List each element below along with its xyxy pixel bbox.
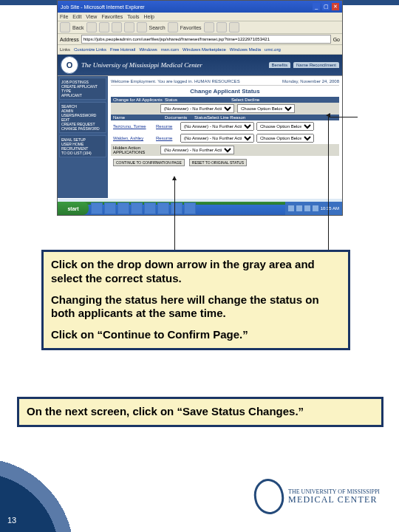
window-controls: _ ▢ ✕ (312, 3, 339, 10)
tray-icon[interactable] (304, 205, 310, 211)
applicant-row: Tezcruno, Torree Resume (No Answer) - No… (111, 120, 339, 132)
go-button[interactable]: Go (333, 37, 340, 42)
minimize-icon[interactable]: _ (313, 3, 320, 10)
applicant-reason-select[interactable]: Choose Option Below (256, 134, 314, 143)
sidebar-item[interactable]: CREATE APPLICANT TYPE (61, 84, 104, 93)
mail-icon[interactable] (216, 22, 227, 33)
ie-menubar[interactable]: File Edit View Favorites Tools Help (58, 13, 342, 21)
sidebar-item[interactable]: APPLICANT (61, 93, 104, 98)
menu-help[interactable]: Help (144, 14, 154, 19)
link-hotmail[interactable]: Free Hotmail (110, 47, 135, 52)
menu-tools[interactable]: Tools (127, 14, 139, 19)
ie-window: Job Site - Microsoft Internet Explorer _… (57, 0, 343, 216)
search-label[interactable]: Search (149, 25, 166, 30)
back-icon[interactable] (60, 22, 70, 33)
tab-benefits[interactable]: Benefits (269, 62, 291, 68)
applicant-name[interactable]: Tezcruno, Torree (113, 124, 154, 129)
annotation-main: Click on the drop down arrow in the gray… (41, 250, 350, 350)
button-bar: CONTINUE TO CONFIRMATION PAGE RESET TO O… (111, 156, 339, 169)
tray-icon[interactable] (296, 205, 302, 211)
applicant-reason-select[interactable]: Choose Option Below (256, 122, 314, 131)
logo-line2: MEDICAL CENTER (288, 495, 380, 505)
decline-all-select[interactable]: Choose Option Below (237, 104, 295, 113)
annotation-secondary: On the next screen, click on “Save Statu… (17, 397, 383, 427)
maximize-icon[interactable]: ▢ (322, 3, 330, 10)
subheader: Welcome Employment. You are logged in. H… (111, 78, 339, 86)
tray-icon[interactable] (288, 205, 294, 211)
history-icon[interactable] (204, 22, 214, 33)
sidebar-block-3[interactable]: EMAIL SETUP USER HOME RECRUITMENT TO DO … (59, 135, 106, 157)
menu-file[interactable]: File (60, 14, 68, 19)
taskbar-item[interactable] (157, 202, 169, 214)
sidebar-item[interactable]: USER HOME RECRUITMENT (61, 142, 104, 151)
taskbar-item[interactable] (131, 202, 143, 214)
window-title: Job Site - Microsoft Internet Explorer (61, 4, 145, 10)
menu-favorites[interactable]: Favorites (101, 14, 123, 19)
taskbar-item[interactable] (117, 202, 129, 214)
status-all-select[interactable]: (No Answer) - No Further Action (160, 104, 234, 113)
hidden-action-select[interactable]: (No Answer) - No Further Action (160, 146, 234, 154)
back-label[interactable]: Back (72, 25, 84, 30)
taskbar-item[interactable] (104, 202, 116, 214)
logo-ring-icon (251, 477, 287, 516)
print-icon[interactable] (229, 22, 239, 33)
col-name: Name (113, 115, 165, 120)
taskbar: start 10:35 AM (58, 202, 342, 215)
links-label: Links (60, 47, 70, 52)
annotation-p2: Changing the status here will change the… (51, 293, 341, 321)
menu-view[interactable]: View (86, 14, 97, 19)
sidebar-item[interactable]: TO DO LIST (104) (61, 151, 104, 155)
sidebar-item[interactable]: CHANGE PASSWORD (61, 126, 104, 131)
hidden-action-row: Hidden Action APPLICATIONS (No Answer) -… (111, 144, 339, 156)
band-applicants: Name Documents Status Select Line Reason (111, 115, 339, 120)
system-tray: 10:35 AM (285, 202, 342, 215)
applicant-action-select[interactable]: (No Answer) - No Further Action (180, 134, 254, 143)
refresh-icon[interactable] (112, 22, 122, 33)
address-label: Address (60, 37, 79, 42)
menu-edit[interactable]: Edit (72, 14, 81, 19)
slide: Job Site - Microsoft Internet Explorer _… (0, 0, 399, 532)
logo-text: THE UNIVERSITY OF MISSISSIPPI MEDICAL CE… (288, 489, 380, 505)
taskbar-item[interactable] (184, 202, 196, 214)
search-icon[interactable] (137, 22, 147, 33)
address-input[interactable] (81, 35, 331, 44)
reset-button[interactable]: RESET TO ORIGINAL STATUS (189, 159, 247, 166)
tab-name-reconcilment[interactable]: Name Reconcilment (293, 62, 339, 68)
taskbar-item[interactable] (171, 202, 183, 214)
tray-icon[interactable] (313, 205, 318, 211)
sidebar-block-2[interactable]: SEARCH ADMIN USERS/PASSWORD EDIT CREATE … (59, 102, 106, 133)
link-media[interactable]: Windows Media (230, 47, 261, 52)
link-msn[interactable]: msn.com (161, 47, 179, 52)
continue-button[interactable]: CONTINUE TO CONFIRMATION PAGE (113, 159, 185, 166)
forward-icon[interactable] (86, 22, 97, 33)
sidebar: JOB POSTINGS CREATE APPLICANT TYPE APPLI… (58, 76, 108, 198)
taskbar-item[interactable] (144, 202, 156, 214)
sidebar-item[interactable]: USERS/PASSWORD EDIT (61, 113, 104, 122)
resume-link[interactable]: Resume (156, 136, 178, 140)
col-reason: Select Line Reason (207, 115, 245, 120)
favorites-label[interactable]: Favorites (180, 25, 202, 30)
close-icon[interactable]: ✕ (332, 3, 339, 10)
link-windows[interactable]: Windows (139, 47, 157, 52)
resume-link[interactable]: Resume (156, 124, 178, 129)
start-button[interactable]: start (58, 202, 89, 215)
applicant-row: Walden, Ashley Resume (No Answer) - No F… (111, 132, 339, 144)
applicant-name[interactable]: Walden, Ashley (113, 136, 154, 140)
link-umc[interactable]: umc.org (265, 47, 281, 52)
link-marketplace[interactable]: Windows Marketplace (183, 47, 226, 52)
footer-wave (0, 458, 148, 532)
main-content: Welcome Employment. You are logged in. H… (108, 76, 342, 198)
taskbar-item[interactable] (91, 202, 103, 214)
link-customize[interactable]: Customize Links (74, 47, 106, 52)
favorites-icon[interactable] (168, 22, 178, 33)
applicant-action-select[interactable]: (No Answer) - No Further Action (180, 122, 254, 131)
col-decline: Select Decline (231, 98, 259, 102)
home-icon[interactable] (124, 22, 134, 33)
clock: 10:35 AM (321, 206, 339, 211)
arrow-head-icon (326, 113, 330, 117)
welcome-text: Welcome Employment. You are logged in. H… (111, 79, 240, 83)
ie-toolbar: Back Search Favorites (58, 21, 342, 34)
arrow-head-icon (172, 176, 177, 180)
stop-icon[interactable] (99, 22, 109, 33)
sidebar-block-1[interactable]: JOB POSTINGS CREATE APPLICANT TYPE APPLI… (59, 78, 106, 100)
